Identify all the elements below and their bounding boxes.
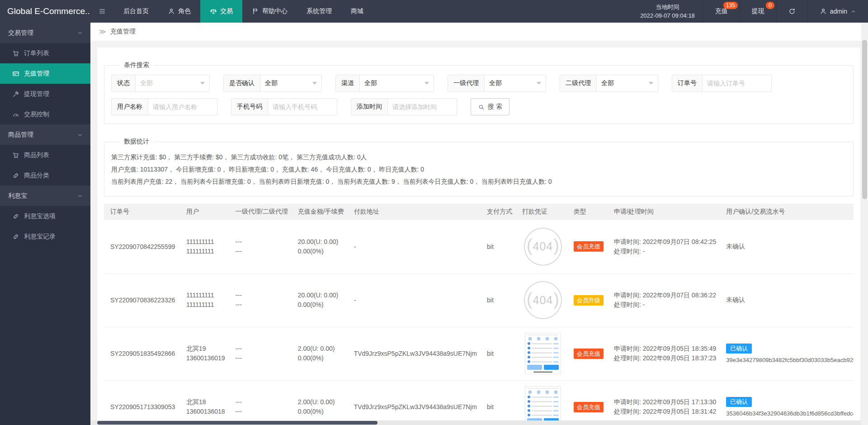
- chevron-down-icon: [77, 30, 83, 36]
- menu-toggle-button[interactable]: [90, 0, 114, 23]
- sidebar-item-trade-control[interactable]: 交易控制: [0, 104, 90, 124]
- user-cell: 北冥1813600136018: [180, 380, 229, 425]
- payment-voucher-thumbnail[interactable]: [525, 386, 561, 425]
- amount-cell: 2.00(U: 0.00)0.00(0%): [292, 327, 348, 380]
- confirm-status: 未确认: [726, 296, 745, 303]
- search-icon: [478, 104, 485, 110]
- add-time-input[interactable]: [388, 99, 457, 115]
- user-cell: 111111111111111111: [180, 220, 229, 273]
- local-time-label: 当地时间: [640, 3, 695, 11]
- breadcrumb-label: 充值管理: [110, 28, 136, 36]
- order-no-input[interactable]: [703, 75, 771, 91]
- pay-address-cell: TVd9Jrz9xsP5pZKLw3JV94438a9sUE7Njm: [348, 327, 481, 380]
- sidebar-item-lixibao-records[interactable]: 利息宝记录: [0, 226, 90, 247]
- voucher-cell: (404): [516, 220, 567, 273]
- agent-cell: ------: [229, 273, 292, 327]
- sidebar-item-order-list[interactable]: 订单列表: [0, 43, 90, 63]
- filter-select-agent1[interactable]: 一级代理全部: [448, 75, 546, 92]
- main-nav: 后台首页角色交易帮助中心系统管理商城: [114, 0, 373, 23]
- refresh-button[interactable]: [776, 0, 807, 23]
- column-header: 充值金额/手续费: [292, 204, 348, 220]
- payment-voucher-thumbnail[interactable]: [525, 333, 561, 374]
- nav-item-label: 后台首页: [123, 7, 149, 15]
- top-header: Global E-Commerce... 后台首页角色交易帮助中心系统管理商城 …: [0, 0, 868, 23]
- filter-select-status[interactable]: 状态全部: [111, 75, 210, 92]
- withdraw-shortcut[interactable]: 提现 0: [740, 0, 776, 23]
- nav-item-0[interactable]: 后台首页: [114, 0, 158, 23]
- table-row[interactable]: SY2209051713309053北冥1813600136018------2…: [104, 380, 854, 425]
- filter-selected-value: 全部: [136, 75, 200, 91]
- filter-select-confirmed[interactable]: 是否确认全部: [223, 75, 322, 92]
- nav-item-4[interactable]: 系统管理: [297, 0, 341, 23]
- recharge-shortcut[interactable]: 充值 135: [703, 0, 740, 23]
- link-icon: [12, 213, 19, 220]
- filters-row-1: 状态全部是否确认全部渠道全部一级代理全部二级代理全部订单号: [111, 75, 846, 92]
- sidebar-group-label: 交易管理: [8, 29, 33, 37]
- confirm-status: 未确认: [726, 243, 745, 250]
- table-row[interactable]: SY2209070842255599111111111111111111----…: [104, 220, 854, 273]
- phone-input[interactable]: [268, 99, 337, 115]
- column-header: 支付方式: [481, 204, 516, 220]
- confirmed-badge: 已确认: [726, 397, 752, 407]
- nav-item-label: 角色: [178, 7, 191, 15]
- voucher-cell: [516, 327, 567, 380]
- horizontal-scrollbar-thumb[interactable]: [97, 421, 377, 425]
- filter-label: 用户名称: [112, 99, 148, 115]
- type-cell: 会员充值: [567, 327, 608, 380]
- nav-item-5[interactable]: 商城: [341, 0, 373, 23]
- user-menu[interactable]: admin: [807, 0, 868, 23]
- filter-label: 手机号码: [231, 99, 268, 115]
- table-row[interactable]: SY2209070836223326111111111111111111----…: [104, 273, 854, 327]
- nav-item-1[interactable]: 角色: [158, 0, 200, 23]
- search-panel: 条件搜索 状态全部是否确认全部渠道全部一级代理全部二级代理全部订单号 用户名称手…: [104, 61, 854, 124]
- vertical-scrollbar[interactable]: [861, 23, 868, 425]
- voucher-404-placeholder[interactable]: (404): [524, 228, 562, 266]
- search-panel-title: 条件搜索: [119, 61, 154, 69]
- username-input[interactable]: [148, 99, 217, 115]
- sidebar-group-0[interactable]: 交易管理: [0, 23, 90, 43]
- sidebar-item-lixibao-options[interactable]: 利息宝选项: [0, 206, 90, 226]
- withdraw-shortcut-label: 提现: [752, 7, 764, 15]
- filter-input-phone: 手机号码: [231, 98, 337, 115]
- order-no-cell: SY2209051835492866: [104, 327, 180, 380]
- time-cell: 申请时间: 2022年09月07日 08:42:25处理时间: -: [608, 220, 720, 273]
- confirm-cell: 已确认3536046b34f3e32904636db3b1f6d856cd3bf…: [720, 380, 854, 425]
- sidebar-item-goods-list[interactable]: 商品列表: [0, 145, 90, 165]
- flag-icon: [252, 8, 259, 15]
- filter-selected-value: 全部: [260, 75, 312, 91]
- menu-icon: [99, 8, 106, 15]
- filter-label: 状态: [112, 75, 136, 91]
- sidebar: 交易管理订单列表充值管理提现管理交易控制商品管理商品列表商品分类利息宝利息宝选项…: [0, 23, 90, 425]
- sidebar-item-withdraw-mgmt[interactable]: 提现管理: [0, 84, 90, 104]
- search-button-label: 搜 索: [488, 103, 502, 111]
- transaction-hash: 39e3e34279809b3482fc5bbf30d03033b5eacb92…: [726, 357, 854, 363]
- voucher-404-placeholder[interactable]: (404): [524, 281, 562, 319]
- breadcrumb: ≫ 充值管理: [90, 23, 868, 41]
- table-row[interactable]: SY2209051835492866北冥1913600136019------2…: [104, 327, 854, 380]
- horizontal-scrollbar[interactable]: [90, 420, 861, 425]
- sidebar-item-goods-category[interactable]: 商品分类: [0, 165, 90, 186]
- nav-item-2[interactable]: 交易: [200, 0, 242, 23]
- type-badge: 会员充值: [574, 349, 604, 359]
- refresh-icon: [788, 8, 796, 15]
- search-button[interactable]: 搜 索: [471, 98, 509, 115]
- filter-select-agent2[interactable]: 二级代理全部: [560, 75, 658, 92]
- voucher-cell: (404): [516, 273, 567, 327]
- sidebar-group-1[interactable]: 商品管理: [0, 124, 90, 145]
- recharge-count-badge: 135: [723, 2, 738, 9]
- stats-lines: 第三方累计充值: $0， 第三方手续费: $0， 第三方成功收款: 0笔， 第三…: [111, 151, 846, 188]
- sidebar-item-recharge-mgmt[interactable]: 充值管理: [0, 63, 90, 84]
- order-no-cell: SY2209070836223326: [104, 273, 180, 327]
- pay-address-cell: -: [348, 220, 481, 273]
- filter-label: 二级代理: [560, 75, 597, 91]
- filter-select-channel[interactable]: 渠道全部: [335, 75, 434, 92]
- vertical-scrollbar-thumb[interactable]: [862, 40, 867, 199]
- nav-item-3[interactable]: 帮助中心: [242, 0, 297, 23]
- sidebar-group-2[interactable]: 利息宝: [0, 186, 90, 206]
- pay-method-cell: bit: [481, 220, 516, 273]
- filter-label: 一级代理: [448, 75, 485, 91]
- sidebar-group-label: 商品管理: [8, 131, 33, 139]
- filter-label: 渠道: [336, 75, 360, 91]
- cart-icon: [12, 152, 19, 159]
- recharge-table-wrap: 订单号用户一级代理/二级代理充值金额/手续费付款地址支付方式打款凭证类型申请/处…: [104, 204, 854, 425]
